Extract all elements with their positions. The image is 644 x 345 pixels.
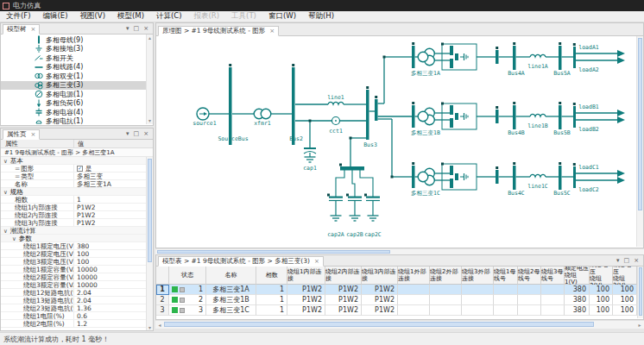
capacitor-symbol[interactable] xyxy=(329,197,343,198)
tree-item[interactable]: 多相双变(1) xyxy=(1,72,153,81)
property-value[interactable]: 0.6 xyxy=(74,312,148,319)
bus-load[interactable] xyxy=(573,106,576,128)
collapse-icon[interactable]: ∨ xyxy=(12,235,16,242)
inductor-symbol[interactable] xyxy=(530,54,546,57)
property-row[interactable]: 绕组3额定容量(VA)10000 xyxy=(1,281,148,289)
bus-4[interactable] xyxy=(513,166,516,190)
close-icon[interactable]: × xyxy=(31,131,36,138)
menu-item[interactable]: 编辑(E) xyxy=(37,11,74,22)
bus-row-left[interactable] xyxy=(412,46,415,68)
tree-item[interactable]: 多相电源(1) xyxy=(1,90,153,99)
bus-row-left[interactable] xyxy=(412,105,415,128)
scrollbar-thumb[interactable] xyxy=(157,250,390,254)
bus-row-mid[interactable] xyxy=(496,50,499,64)
property-value[interactable]: ✓是 xyxy=(74,165,148,172)
diagram-vscrollbar[interactable] xyxy=(636,36,643,247)
tree-item[interactable]: 多相接地(3) xyxy=(1,45,153,54)
scroll-up-icon[interactable]: ▴ xyxy=(147,35,153,41)
column-header[interactable]: 绕组2外部连接 xyxy=(430,267,462,285)
bus-row-left[interactable] xyxy=(412,166,415,188)
property-value[interactable]: 10000 xyxy=(74,281,148,288)
bus-2[interactable] xyxy=(292,67,295,145)
bus-load[interactable] xyxy=(573,166,576,188)
close-icon[interactable]: × xyxy=(31,26,36,33)
property-section-row[interactable]: ∨规格 xyxy=(1,188,148,196)
tree-item[interactable]: 多相线路(4) xyxy=(1,63,153,72)
scroll-down-icon[interactable]: ▾ xyxy=(147,118,153,123)
close-icon[interactable]: × xyxy=(269,28,275,34)
capacitor-symbol[interactable] xyxy=(366,197,380,198)
tree-scrollbar[interactable]: ▴ ▾ xyxy=(146,34,153,124)
tree-item[interactable]: 多相开关 xyxy=(1,53,153,63)
table-vscrollbar[interactable] xyxy=(637,267,643,318)
menu-item[interactable]: 窗口(W) xyxy=(262,11,302,22)
property-value[interactable]: 100 xyxy=(74,258,148,265)
property-value[interactable]: 1.2 xyxy=(74,320,148,327)
close-icon[interactable]: × xyxy=(143,25,148,32)
scrollbar-thumb[interactable] xyxy=(164,322,594,327)
property-row[interactable]: 绕组2额定容量(VA)10000 xyxy=(1,273,148,281)
property-value[interactable]: P1W2 xyxy=(74,211,148,218)
column-header[interactable] xyxy=(156,267,169,285)
checkbox[interactable]: ✓ xyxy=(77,166,83,172)
bus-load[interactable] xyxy=(573,47,576,68)
inductor-symbol[interactable] xyxy=(530,114,546,116)
column-header[interactable]: 绕组3外部连接 xyxy=(462,267,494,285)
property-row[interactable]: 绕组1额定容量(VA)10000 xyxy=(1,266,148,273)
tree-item[interactable]: 多相电抗(1) xyxy=(1,117,153,127)
menu-item[interactable]: 模型(M) xyxy=(111,11,150,22)
winding-block[interactable] xyxy=(442,164,477,190)
property-row[interactable]: 相数1 xyxy=(1,196,148,204)
diagram-canvas[interactable]: source1SourceBusBus2Bus3xfmr1line1cct1ca… xyxy=(155,36,644,248)
diagram-hscrollbar[interactable] xyxy=(155,248,644,254)
table-row[interactable]: 11多相三变1A1P1W2P1W2P1W2380100100 xyxy=(156,285,637,295)
row-number[interactable]: 3 xyxy=(156,305,169,316)
collapse-icon[interactable]: ∨ xyxy=(3,228,8,234)
row-number[interactable]: 2 xyxy=(156,295,169,305)
properties-scrollbar[interactable]: ▾ xyxy=(146,157,153,331)
chevron-down-icon[interactable]: ▾ xyxy=(126,130,129,137)
bus-small[interactable] xyxy=(375,99,378,121)
scroll-right-icon[interactable]: ▸ xyxy=(636,323,643,328)
bus-5[interactable] xyxy=(559,105,562,129)
property-section-row[interactable]: ∨参数 xyxy=(1,235,148,242)
property-value[interactable]: P1W2 xyxy=(74,204,148,210)
menu-item[interactable]: 视图(V) xyxy=(74,11,111,22)
column-header[interactable]: 绕组1母线号 xyxy=(494,267,518,285)
table-row[interactable]: 33多相三变1C1P1W2P1W2P1W2380100100 xyxy=(156,305,637,316)
bus-row-mid[interactable] xyxy=(496,170,499,184)
row-number[interactable]: 1 xyxy=(156,285,169,295)
bus-5[interactable] xyxy=(559,166,562,190)
property-row[interactable]: 绕组3额定电压(V)100 xyxy=(1,258,148,266)
property-value[interactable]: 多相三变1A xyxy=(74,180,148,187)
tree-item[interactable]: 多相三变(3) xyxy=(1,81,153,91)
bus-row-mid[interactable] xyxy=(496,110,499,123)
property-row[interactable]: 绕组1内部连接P1W2 xyxy=(1,204,148,211)
property-value[interactable]: 10000 xyxy=(74,266,148,273)
menu-item[interactable]: 计算(C) xyxy=(150,11,188,22)
tree-item[interactable]: 多相母线(9) xyxy=(1,35,153,45)
column-header[interactable]: 相数 xyxy=(256,267,287,285)
tab-model-tree[interactable]: 模型树 × xyxy=(3,24,40,34)
scrollbar-thumb[interactable] xyxy=(638,38,642,210)
property-row[interactable]: 绕组1电阻(%)0.6 xyxy=(1,312,148,320)
scrollbar-thumb[interactable] xyxy=(148,159,152,262)
property-row[interactable]: 绕组2额定电压(V)100 xyxy=(1,250,148,258)
transformer-symbol[interactable] xyxy=(261,109,271,119)
bus-4[interactable] xyxy=(513,46,516,70)
property-value[interactable]: 100 xyxy=(74,250,148,257)
column-header[interactable]: 绕组1外部连接 xyxy=(398,267,430,285)
property-value[interactable]: 1.36 xyxy=(74,304,148,311)
inductor-symbol[interactable] xyxy=(530,174,546,177)
menu-item[interactable]: 文件(F) xyxy=(0,11,37,22)
column-header[interactable]: 名称 xyxy=(206,267,256,285)
column-header[interactable]: 额定电压绕组2(V) xyxy=(590,267,613,285)
float-icon[interactable]: □ xyxy=(134,25,140,32)
collapse-icon[interactable]: ∨ xyxy=(3,189,8,195)
scroll-down-icon[interactable]: ▾ xyxy=(147,325,153,330)
column-header[interactable]: 额定电压绕组3(V) xyxy=(613,267,637,285)
winding-block[interactable] xyxy=(442,104,477,129)
three-winding-transformer-symbol[interactable] xyxy=(418,111,428,122)
column-header[interactable]: 额定电压绕组1(V) xyxy=(565,267,590,285)
property-section-row[interactable]: ∨基本 xyxy=(1,157,148,165)
